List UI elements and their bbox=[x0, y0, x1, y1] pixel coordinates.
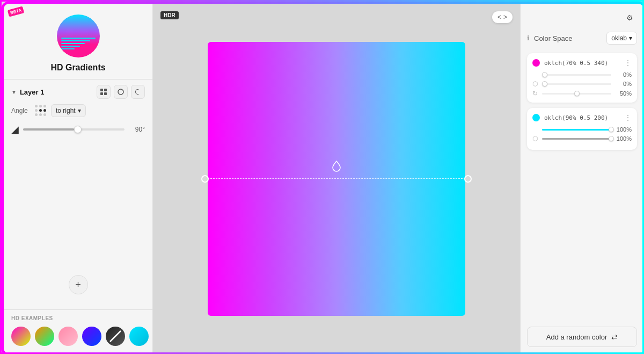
color-slider-2b[interactable] bbox=[542, 138, 611, 140]
logo-line-5 bbox=[61, 48, 75, 49]
grid-icon-btn[interactable] bbox=[97, 85, 111, 99]
dot-mm bbox=[39, 109, 42, 112]
color-space-row: ℹ Color Space oklab ▾ bbox=[527, 32, 637, 45]
chevron-down-icon: ▾ bbox=[78, 107, 81, 114]
color-dot-2[interactable] bbox=[532, 114, 540, 121]
circle-icon-btn[interactable] bbox=[114, 85, 128, 99]
gradient-handle-left[interactable] bbox=[201, 175, 209, 183]
svg-point-4 bbox=[118, 89, 123, 95]
dot-tr bbox=[43, 105, 46, 107]
color-slider-1b-row: ⬡ 0% bbox=[532, 80, 632, 88]
angle-slider-value: 90° bbox=[129, 126, 145, 133]
color-space-label: Color Space bbox=[534, 34, 602, 42]
color-slider-1a[interactable] bbox=[542, 74, 611, 76]
logo-section: HD Gradients bbox=[4, 4, 152, 79]
gradient-canvas[interactable] bbox=[208, 42, 465, 316]
color-stop-1-label: oklch(70% 0.5 340) bbox=[544, 60, 620, 67]
gear-icon: ⚙ bbox=[626, 13, 633, 22]
logo-line-1 bbox=[61, 38, 96, 39]
color-stop-1-header: oklch(70% 0.5 340) ⋮ bbox=[532, 59, 632, 67]
gradient-handle-right[interactable] bbox=[464, 175, 472, 183]
layer-icons bbox=[97, 85, 145, 99]
midpoint-value-1: 50% bbox=[614, 90, 632, 97]
example-swatch-5[interactable] bbox=[106, 327, 125, 346]
logo-lines bbox=[61, 38, 96, 49]
color-stop-2-label: oklch(90% 0.5 200) bbox=[544, 114, 620, 121]
color-stop-2-more[interactable]: ⋮ bbox=[624, 113, 632, 122]
example-swatch-1[interactable] bbox=[11, 327, 31, 346]
add-layer-button[interactable]: + bbox=[69, 275, 88, 294]
app-title: HD Gradients bbox=[50, 63, 105, 73]
gear-button[interactable]: ⚙ bbox=[622, 10, 637, 25]
svg-rect-3 bbox=[104, 92, 107, 95]
logo-line-2 bbox=[61, 40, 90, 41]
link-icon-1b: ⬡ bbox=[532, 80, 539, 88]
nav-right-arrow[interactable]: > bbox=[503, 13, 507, 21]
angle-slider-thumb bbox=[74, 126, 82, 133]
example-swatch-4[interactable] bbox=[82, 327, 101, 346]
layer-section: ▼ Layer 1 bbox=[4, 79, 152, 145]
color-stop-2: oklch(90% 0.5 200) ⋮ 100% ⬡ bbox=[527, 108, 637, 150]
gradient-midpoint-handle[interactable] bbox=[331, 160, 342, 174]
svg-line-5 bbox=[110, 331, 121, 342]
example-swatch-6[interactable] bbox=[129, 327, 149, 346]
example-swatch-2[interactable] bbox=[35, 327, 54, 346]
color-stop-2-header: oklch(90% 0.5 200) ⋮ bbox=[532, 113, 632, 122]
angle-slider-track[interactable] bbox=[23, 128, 125, 131]
color-slider-1b[interactable] bbox=[542, 83, 611, 85]
midpoint-icon-1: ↻ bbox=[532, 90, 539, 97]
app-container: BETA HD Gradients ▼ bbox=[2, 2, 644, 354]
color-stop-1-more[interactable]: ⋮ bbox=[624, 59, 632, 67]
dot-mr bbox=[43, 109, 46, 112]
angle-icon: ◢ bbox=[11, 124, 19, 135]
svg-rect-1 bbox=[104, 89, 107, 91]
color-stop-1: oklch(70% 0.5 340) ⋮ 0% ⬡ bbox=[527, 53, 637, 103]
color-value-2a: 100% bbox=[614, 126, 632, 133]
dot-grid[interactable] bbox=[35, 105, 47, 117]
center-panel: HDR < > bbox=[153, 4, 520, 353]
angle-slider-fill bbox=[23, 128, 74, 131]
dot-ml bbox=[35, 109, 38, 112]
left-panel: BETA HD Gradients ▼ bbox=[4, 4, 153, 353]
color-space-dropdown[interactable]: oklab ▾ bbox=[606, 32, 637, 45]
inner-container: BETA HD Gradients ▼ bbox=[4, 4, 643, 353]
color-slider-1a-row: 0% bbox=[532, 71, 632, 78]
color-slider-2a-row: 100% bbox=[532, 126, 632, 133]
add-random-color-button[interactable]: Add a random color ⇄ bbox=[527, 327, 637, 347]
dot-tl bbox=[35, 105, 38, 107]
logo-line-3 bbox=[61, 43, 85, 44]
midpoint-slider-1[interactable] bbox=[542, 93, 611, 95]
nav-left-arrow[interactable]: < bbox=[497, 13, 501, 21]
logo-circle bbox=[57, 15, 100, 57]
color-value-1b: 0% bbox=[614, 81, 632, 87]
angle-label: Angle bbox=[11, 107, 31, 114]
chevron-down-icon: ▾ bbox=[629, 34, 632, 42]
color-value-2b: 100% bbox=[614, 135, 632, 142]
svg-rect-0 bbox=[100, 89, 103, 91]
add-random-color-label: Add a random color bbox=[546, 333, 607, 341]
example-swatch-3[interactable] bbox=[58, 327, 78, 346]
link-icon-2b: ⬡ bbox=[532, 135, 539, 142]
svg-rect-2 bbox=[100, 92, 103, 95]
dot-br bbox=[43, 113, 46, 116]
angle-direction: to right bbox=[56, 107, 76, 114]
right-header: ⚙ bbox=[527, 10, 637, 25]
layer-name: Layer 1 bbox=[20, 88, 45, 96]
collapse-arrow[interactable]: ▼ bbox=[11, 89, 17, 95]
angle-dropdown[interactable]: to right ▾ bbox=[51, 104, 86, 117]
color-dot-1[interactable] bbox=[532, 59, 540, 67]
dot-bl bbox=[35, 113, 38, 116]
crescent-icon-btn[interactable] bbox=[131, 85, 145, 99]
examples-row bbox=[11, 327, 145, 346]
angle-row: Angle to right ▾ bbox=[11, 104, 145, 117]
dot-bm bbox=[39, 113, 42, 116]
midpoint-thumb-1 bbox=[574, 91, 580, 96]
right-panel: ⚙ ℹ Color Space oklab ▾ oklch(70% 0.5 34… bbox=[520, 4, 643, 353]
dot-tm bbox=[39, 105, 42, 107]
color-space-value: oklab bbox=[611, 34, 627, 42]
shuffle-icon: ⇄ bbox=[611, 333, 618, 341]
examples-section: HD EXAMPLES bbox=[4, 309, 152, 353]
color-slider-2b-row: ⬡ 100% bbox=[532, 135, 632, 142]
color-slider-2a[interactable] bbox=[542, 129, 611, 131]
examples-label: HD EXAMPLES bbox=[11, 315, 145, 321]
